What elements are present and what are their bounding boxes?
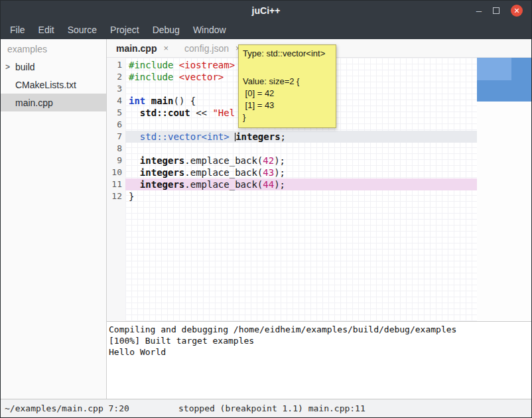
tab-main-cpp[interactable]: main.cpp× [116,43,168,54]
line-number[interactable]: 4 [107,95,122,107]
line-number[interactable]: 2 [107,71,122,83]
line-number[interactable]: 3 [107,83,122,95]
sidebar-item-main-cpp[interactable]: >main.cpp [1,94,106,111]
tab-label: main.cpp [116,43,157,54]
code-token [129,131,140,142]
file-label: build [15,62,35,72]
menu-debug[interactable]: Debug [146,21,186,39]
code-token: integers [140,155,184,166]
code-token: ); [274,155,285,166]
window-controls: – ✕ [476,5,531,17]
line-number[interactable]: 6 [107,119,122,131]
code-token [129,155,140,166]
code-token: #include [129,60,179,70]
expander-chevron-icon[interactable]: > [5,62,15,72]
code-line-8[interactable] [125,143,477,155]
line-number[interactable]: 8 [107,143,122,155]
code-token: main [151,96,174,106]
code-token: std::vector<int> [140,131,230,142]
code-token [145,96,151,106]
sidebar-item-cmakelists-txt[interactable]: >CMakeLists.txt [1,76,106,94]
status-file-position: ~/examples/main.cpp 7:20 [5,403,129,413]
code-token: integers [235,131,280,142]
code-token: #include [129,72,179,82]
menu-project[interactable]: Project [103,21,146,39]
code-token: <iostream> [179,60,235,70]
code-token: 43 [263,167,274,178]
build-output-panel: Compiling and debugging /home/eidheim/ex… [107,321,531,399]
tooltip-value-line: Value: size=2 { [243,76,332,88]
tooltip-value-line: [0] = 42 [243,88,332,100]
debug-value-tooltip: Type: std::vector<int> Value: size=2 { [… [238,44,336,128]
code-token: "Hel [212,107,235,118]
restore-icon[interactable] [493,7,499,14]
code-token: <vector> [179,72,224,82]
status-bar: ~/examples/main.cpp 7:20 stopped (breakp… [1,399,531,417]
code-token: .emplace_back( [184,155,263,166]
menu-edit[interactable]: Edit [32,21,61,39]
line-number[interactable]: 12 [107,190,122,202]
code-token: ; [281,131,286,142]
project-name-label: examples [1,39,106,58]
sidebar-item-build[interactable]: >build [1,58,106,76]
tab-close-icon[interactable]: × [163,43,168,53]
close-icon[interactable]: ✕ [511,5,523,17]
tab-config-json[interactable]: config.json× [184,43,241,54]
menu-file[interactable]: File [3,21,32,39]
file-tree: >build>CMakeLists.txt>main.cpp [1,58,106,111]
line-number-gutter: 123456789101112 [107,58,125,321]
code-line-7[interactable]: std::vector<int> integers; [125,131,477,143]
code-token: std::cout [140,107,190,118]
file-label: main.cpp [15,98,53,108]
code-line-9[interactable]: integers.emplace_back(42); [125,155,477,167]
code-line-11[interactable]: integers.emplace_back(44); [125,178,477,190]
code-token [230,131,235,142]
output-line: [100%] Built target examples [109,335,529,346]
line-number[interactable]: 11 [107,178,122,190]
output-line: Hello World [109,346,529,358]
tooltip-type-line: Type: std::vector<int> [243,48,332,60]
scroll-thumb-highlight [477,58,511,80]
window-title: juCi++ [1,5,531,16]
scrollbar-overview[interactable] [477,58,531,321]
jucipp-window: juCi++ – ✕ FileEditSourceProjectDebugWin… [0,0,532,418]
tab-label: config.json [184,43,229,54]
minimize-icon[interactable]: – [476,7,482,14]
file-label: CMakeLists.txt [15,80,76,90]
scroll-thumb[interactable] [477,58,531,102]
file-tree-panel: examples >build>CMakeLists.txt>main.cpp [1,39,107,399]
code-token: 44 [263,179,274,190]
line-number[interactable]: 1 [107,59,122,71]
code-line-12[interactable]: } [125,190,477,202]
line-number[interactable]: 9 [107,155,122,167]
code-token [129,107,140,118]
code-line-10[interactable]: integers.emplace_back(43); [125,167,477,178]
code-token: } [129,191,134,202]
tooltip-value-line: } [243,111,332,123]
menu-source[interactable]: Source [61,21,103,39]
line-number[interactable]: 5 [107,107,122,119]
tooltip-value-block: Value: size=2 { [0] = 42 [1] = 43} [243,76,332,123]
code-token: int [129,96,145,106]
code-token [129,167,140,178]
line-number[interactable]: 10 [107,167,122,178]
line-number[interactable]: 7 [107,131,122,143]
code-token: integers [140,179,184,190]
code-token: ); [274,167,285,178]
code-token: () { [173,96,196,106]
code-token: integers [140,167,184,178]
code-token: .emplace_back( [184,167,263,178]
code-token [129,179,140,190]
code-token: ); [274,179,285,190]
title-bar: juCi++ – ✕ [1,1,531,21]
menu-window[interactable]: Window [186,21,233,39]
menu-bar: FileEditSourceProjectDebugWindow [1,21,531,39]
code-token: .emplace_back( [184,179,263,190]
code-token: 42 [263,155,274,166]
tooltip-value-line: [1] = 43 [243,100,332,111]
status-debug-state: stopped (breakpoint 1.1) main.cpp:11 [178,403,366,413]
output-line: Compiling and debugging /home/eidheim/ex… [109,324,529,335]
code-token: << [190,107,213,118]
